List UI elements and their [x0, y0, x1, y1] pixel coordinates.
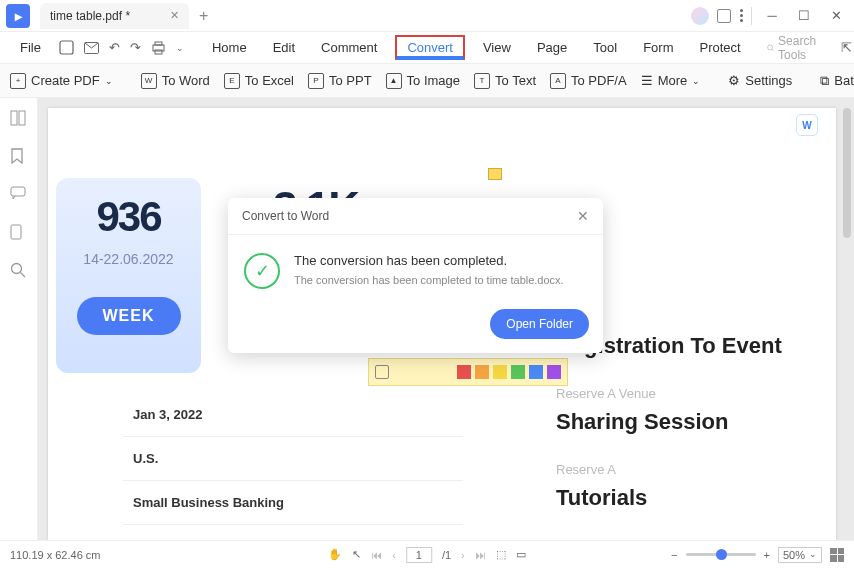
menu-protect[interactable]: Protect [691, 36, 748, 59]
event-muted: Reserve A Venue [556, 386, 816, 403]
more-button[interactable]: ☰More⌄ [641, 73, 701, 88]
svg-point-5 [767, 44, 772, 49]
batch-convert-button[interactable]: ⧉Batch Conve› [820, 73, 854, 89]
save-icon[interactable] [59, 40, 74, 56]
create-pdf-icon: + [10, 73, 26, 89]
left-sidebar [0, 98, 38, 540]
svg-rect-0 [60, 41, 73, 54]
attachment-icon[interactable] [10, 224, 28, 242]
zoom-in-button[interactable]: + [764, 549, 770, 561]
to-excel-button[interactable]: ETo Excel [224, 73, 294, 89]
comment-icon[interactable] [10, 186, 28, 204]
sticky-note-icon[interactable] [488, 168, 502, 180]
to-image-button[interactable]: ▲To Image [386, 73, 460, 89]
share-icon[interactable]: ⇱ [841, 40, 852, 56]
week-label: WEEK [77, 297, 181, 335]
zoom-slider-thumb[interactable] [716, 549, 727, 560]
dialog-close-button[interactable]: ✕ [577, 208, 589, 224]
annotation-color-toolbar[interactable] [368, 358, 568, 386]
last-page-button[interactable]: ⏭ [475, 549, 486, 561]
thumbnails-icon[interactable] [10, 110, 28, 128]
menu-edit[interactable]: Edit [265, 36, 303, 59]
dialog-subtext: The conversion has been completed to tim… [294, 274, 564, 286]
fit-width-icon[interactable]: ⬚ [496, 548, 506, 561]
menu-convert[interactable]: Convert [395, 35, 465, 60]
maximize-button[interactable]: ☐ [792, 4, 816, 28]
word-badge-icon[interactable]: W [796, 114, 818, 136]
file-menu[interactable]: File [12, 36, 49, 59]
list-item: U.S. [123, 436, 463, 480]
color-swatch-orange[interactable] [475, 365, 489, 379]
view-mode-icon[interactable] [830, 548, 844, 562]
color-swatch-blue[interactable] [529, 365, 543, 379]
menu-comment[interactable]: Comment [313, 36, 385, 59]
to-pdfa-button[interactable]: ATo PDF/A [550, 73, 627, 89]
search-tools-input[interactable]: Search Tools [767, 34, 821, 62]
zoom-out-button[interactable]: − [671, 549, 677, 561]
to-ppt-button[interactable]: PTo PPT [308, 73, 372, 89]
menu-home[interactable]: Home [204, 36, 255, 59]
info-list: Jan 3, 2022 U.S. Small Business Banking … [123, 393, 463, 540]
menu-tool[interactable]: Tool [585, 36, 625, 59]
document-viewport[interactable]: W 936 14-22.06.2022 WEEK 3.1K Jan 3, 202… [38, 98, 854, 540]
search-panel-icon[interactable] [10, 262, 28, 280]
menu-page[interactable]: Page [529, 36, 575, 59]
hand-tool-icon[interactable]: ✋ [328, 548, 342, 561]
next-page-button[interactable]: › [461, 549, 465, 561]
zoom-slider[interactable] [686, 553, 756, 556]
zoom-select[interactable]: 50%⌄ [778, 547, 822, 563]
fit-page-icon[interactable]: ▭ [516, 548, 526, 561]
text-icon: T [474, 73, 490, 89]
svg-rect-10 [11, 225, 21, 239]
content-area: W 936 14-22.06.2022 WEEK 3.1K Jan 3, 202… [0, 98, 854, 540]
word-icon: W [141, 73, 157, 89]
create-pdf-button[interactable]: +Create PDF⌄ [10, 73, 113, 89]
vertical-scrollbar[interactable] [843, 108, 851, 238]
dialog-title: Convert to Word [242, 209, 329, 223]
svg-rect-9 [11, 187, 25, 196]
app-mode-icon[interactable] [717, 9, 731, 23]
minimize-button[interactable]: ─ [760, 4, 784, 28]
bookmark-icon[interactable] [10, 148, 28, 166]
color-swatch-green[interactable] [511, 365, 525, 379]
menu-view[interactable]: View [475, 36, 519, 59]
svg-line-12 [20, 273, 25, 278]
page-number-input[interactable]: 1 [406, 547, 432, 563]
week-number: 936 [96, 193, 160, 241]
mail-icon[interactable] [84, 40, 99, 56]
copy-icon[interactable] [375, 365, 389, 379]
document-tab[interactable]: time table.pdf * ✕ [40, 3, 189, 29]
hamburger-icon: ☰ [641, 73, 653, 88]
event-title: Tutorials [556, 485, 816, 510]
more-menu-icon[interactable] [739, 9, 743, 22]
dialog-header: Convert to Word ✕ [228, 198, 603, 235]
print-dropdown-icon[interactable]: ⌄ [176, 43, 184, 53]
to-word-button[interactable]: WTo Word [141, 73, 210, 89]
list-item: LegendBusiness [123, 524, 463, 540]
prev-page-button[interactable]: ‹ [392, 549, 396, 561]
tab-filename: time table.pdf * [50, 9, 130, 23]
color-swatch-purple[interactable] [547, 365, 561, 379]
color-swatch-yellow[interactable] [493, 365, 507, 379]
divider [751, 7, 752, 25]
close-tab-icon[interactable]: ✕ [170, 9, 179, 22]
app-logo-icon: ▸ [6, 4, 30, 28]
color-swatch-red[interactable] [457, 365, 471, 379]
redo-icon[interactable]: ↷ [130, 40, 141, 56]
to-text-button[interactable]: TTo Text [474, 73, 536, 89]
profile-icon[interactable] [691, 7, 709, 25]
select-tool-icon[interactable]: ↖ [352, 548, 361, 561]
print-icon[interactable] [151, 40, 166, 56]
settings-button[interactable]: ⚙Settings [728, 73, 792, 88]
new-tab-button[interactable]: + [199, 7, 208, 25]
close-button[interactable]: ✕ [824, 4, 848, 28]
menubar: File ↶ ↷ ⌄ Home Edit Comment Convert Vie… [0, 32, 854, 64]
batch-icon: ⧉ [820, 73, 829, 89]
pdfa-icon: A [550, 73, 566, 89]
open-folder-button[interactable]: Open Folder [490, 309, 589, 339]
menu-form[interactable]: Form [635, 36, 681, 59]
gear-icon: ⚙ [728, 73, 740, 88]
undo-icon[interactable]: ↶ [109, 40, 120, 56]
first-page-button[interactable]: ⏮ [371, 549, 382, 561]
week-card: 936 14-22.06.2022 WEEK [56, 178, 201, 373]
